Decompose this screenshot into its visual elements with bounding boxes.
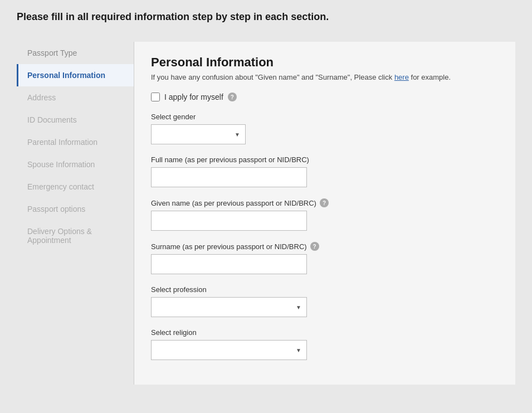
sidebar-item-id-documents: ID Documents: [17, 109, 134, 131]
sidebar-item-spouse-information: Spouse Information: [17, 153, 134, 176]
sidebar-item-personal-information[interactable]: Personal Information: [17, 64, 134, 86]
sidebar-item-passport-options: Passport options: [17, 198, 134, 220]
profession-select[interactable]: [151, 297, 307, 317]
profession-select-wrapper: [151, 297, 307, 317]
profession-group: Select profession: [151, 285, 499, 317]
apply-for-myself-help-icon[interactable]: ?: [228, 93, 237, 101]
religion-label: Select religion: [151, 328, 499, 337]
main-content: Personal Information If you have any con…: [134, 42, 515, 385]
surname-input[interactable]: [151, 254, 307, 274]
given-name-label: Given name (as per previous passport or …: [151, 198, 499, 207]
sidebar-item-parental-information: Parental Information: [17, 131, 134, 153]
surname-help-icon[interactable]: ?: [310, 242, 319, 251]
main-layout: Passport Type Personal Information Addre…: [17, 42, 515, 385]
given-name-group: Given name (as per previous passport or …: [151, 198, 499, 231]
gender-group: Select gender Male Female Other: [151, 113, 499, 144]
page-wrapper: Please fill in all required information …: [0, 0, 532, 413]
subtitle-link[interactable]: here: [394, 73, 409, 81]
sidebar-item-delivery-options: Delivery Options & Appointment: [17, 220, 134, 251]
surname-group: Surname (as per previous passport or NID…: [151, 242, 499, 274]
full-name-group: Full name (as per previous passport or N…: [151, 156, 499, 187]
full-name-label: Full name (as per previous passport or N…: [151, 156, 499, 164]
given-name-help-icon[interactable]: ?: [320, 198, 329, 207]
given-name-input[interactable]: [151, 211, 307, 231]
apply-for-myself-label: I apply for myself: [164, 93, 223, 101]
gender-label: Select gender: [151, 113, 499, 121]
full-name-input[interactable]: [151, 167, 307, 187]
gender-select[interactable]: Male Female Other: [151, 124, 246, 144]
subtitle-suffix: for example.: [409, 73, 451, 81]
page-header: Please fill in all required information …: [17, 11, 515, 28]
sidebar: Passport Type Personal Information Addre…: [17, 42, 134, 385]
apply-for-myself-checkbox[interactable]: [151, 93, 160, 101]
gender-select-wrapper: Male Female Other: [151, 124, 246, 144]
religion-select[interactable]: [151, 340, 307, 360]
sidebar-item-address: Address: [17, 86, 134, 109]
sidebar-item-passport-type[interactable]: Passport Type: [17, 42, 134, 64]
surname-label: Surname (as per previous passport or NID…: [151, 242, 499, 251]
section-title: Personal Information: [151, 55, 499, 70]
religion-select-wrapper: [151, 340, 307, 360]
apply-for-myself-row: I apply for myself ?: [151, 93, 499, 101]
sidebar-item-emergency-contact: Emergency contact: [17, 176, 134, 198]
subtitle-prefix: If you have any confusion about "Given n…: [151, 73, 394, 81]
profession-label: Select profession: [151, 285, 499, 294]
section-subtitle: If you have any confusion about "Given n…: [151, 73, 499, 81]
religion-group: Select religion: [151, 328, 499, 360]
